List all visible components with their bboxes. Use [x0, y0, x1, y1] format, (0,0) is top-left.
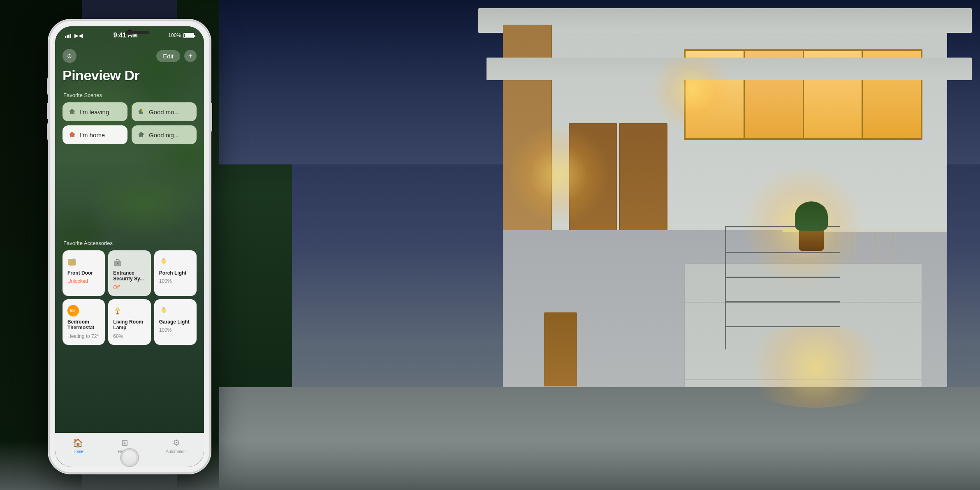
scene-card-home[interactable]: I'm home: [63, 125, 127, 144]
home-title: Pineview Dr: [63, 67, 139, 83]
plus-icon: +: [188, 52, 193, 60]
nav-automation-icon: ⚙: [171, 437, 182, 448]
scenes-section: Favorite Scenes I'm leaving: [63, 92, 197, 144]
scene-morning-icon: [137, 108, 145, 116]
status-bar: ▶◀ 9:41 AM 100%: [55, 26, 204, 44]
svg-point-0: [73, 110, 75, 112]
svg-rect-18: [162, 307, 165, 309]
entrance-security-status: Off: [113, 284, 146, 290]
svg-point-16: [116, 313, 119, 314]
svg-line-2: [74, 112, 75, 114]
scenes-grid: I'm leaving Good mo...: [63, 102, 197, 144]
living-room-lamp-name: Living Room Lamp: [113, 319, 146, 331]
thermostat-badge: 68°: [67, 305, 79, 317]
front-door-name: Front Door: [67, 270, 100, 276]
scene-leaving-label: I'm leaving: [80, 109, 109, 116]
overhang-light: [651, 49, 733, 132]
accessory-front-door[interactable]: Front Door Unlocked: [63, 250, 105, 296]
living-room-lamp-status: 60%: [113, 333, 146, 339]
accessories-grid: Front Door Unlocked Entrance Securi: [63, 250, 197, 345]
signal-bar-4: [70, 34, 71, 38]
scene-morning-label: Good mo...: [149, 109, 179, 116]
svg-point-3: [141, 109, 144, 112]
phone-home-button[interactable]: [120, 448, 139, 467]
nav-home[interactable]: 🏠 Home: [72, 437, 83, 454]
garage-light-status: 100%: [159, 327, 192, 333]
status-signal: ▶◀: [65, 32, 83, 39]
location-button[interactable]: ⊙: [63, 49, 76, 63]
add-button[interactable]: +: [184, 50, 197, 62]
svg-point-12: [117, 263, 118, 264]
accessory-garage-light[interactable]: Garage Light 100%: [154, 299, 197, 345]
garage-light-name: Garage Light: [159, 319, 192, 325]
entrance-security-name: Entrance Security Sy...: [113, 270, 146, 282]
bedroom-thermostat-name: Bedroom Thermostat: [67, 319, 100, 331]
status-battery-area: 100%: [168, 32, 194, 38]
scene-card-night[interactable]: Good nig...: [132, 125, 197, 144]
signal-bar-1: [65, 36, 66, 38]
scenes-section-label: Favorite Scenes: [63, 92, 197, 98]
signal-bar-3: [68, 35, 70, 38]
nav-right-buttons: Edit +: [156, 50, 197, 62]
wall-light-left: [507, 123, 610, 226]
accessory-living-room-lamp[interactable]: Living Room Lamp 60%: [108, 299, 151, 345]
scene-card-morning[interactable]: Good mo...: [132, 102, 197, 121]
house-background: [219, 0, 980, 490]
edit-button[interactable]: Edit: [156, 50, 180, 62]
battery-icon: [183, 33, 194, 38]
front-door-icon: [67, 256, 100, 268]
roof-overhang: [478, 8, 972, 33]
top-navigation: ⊙ Edit +: [55, 44, 204, 67]
nav-home-label: Home: [72, 449, 83, 454]
entrance-security-icon: [113, 256, 146, 268]
scene-card-leaving[interactable]: I'm leaving: [63, 102, 127, 121]
accessory-porch-light[interactable]: Porch Light 100%: [154, 250, 197, 296]
location-icon: ⊙: [67, 53, 72, 59]
svg-rect-14: [162, 259, 165, 260]
battery-label: 100%: [168, 32, 181, 38]
living-room-lamp-icon: [113, 305, 146, 317]
garage-light-icon: [159, 305, 192, 317]
phone-screen: ▶◀ 9:41 AM 100% ⊙ Edit +: [55, 26, 204, 467]
porch-light-icon: [159, 256, 192, 268]
accessory-bedroom-thermostat[interactable]: 68° Bedroom Thermostat Heating to 72°: [63, 299, 105, 345]
porch-light-name: Porch Light: [159, 270, 192, 276]
bedroom-thermostat-status: Heating to 72°: [67, 333, 100, 339]
nav-automation[interactable]: ⚙ Automation: [166, 437, 187, 454]
scene-home-label: I'm home: [80, 132, 105, 139]
signal-bar-2: [67, 35, 68, 38]
phone-device: ▶◀ 9:41 AM 100% ⊙ Edit +: [49, 21, 210, 473]
phone-speaker: [125, 31, 149, 34]
accessories-section-label: Favorite Accessories: [63, 240, 197, 246]
signal-bars: [65, 33, 71, 38]
porch-light-status: 100%: [159, 278, 192, 284]
plant-pot: [795, 201, 828, 251]
front-door-status: Unlocked: [67, 278, 100, 284]
nav-rooms-icon: ⊞: [119, 437, 130, 448]
scene-home-icon: [68, 131, 76, 139]
accessories-section: Favorite Accessories: [63, 240, 197, 345]
svg-rect-10: [73, 259, 75, 262]
nav-automation-label: Automation: [166, 449, 187, 454]
side-door: [544, 312, 577, 386]
nav-home-icon: 🏠: [73, 437, 83, 448]
scene-leaving-icon: [68, 108, 76, 116]
phone-frame: ▶◀ 9:41 AM 100% ⊙ Edit +: [49, 21, 210, 473]
scene-night-icon: [137, 131, 145, 139]
scene-night-label: Good nig...: [149, 132, 179, 139]
bedroom-thermostat-icon: 68°: [67, 305, 100, 317]
battery-fill: [185, 34, 193, 37]
accessory-entrance-security[interactable]: Entrance Security Sy... Off: [108, 250, 151, 296]
wifi-icon: ▶◀: [74, 32, 83, 39]
